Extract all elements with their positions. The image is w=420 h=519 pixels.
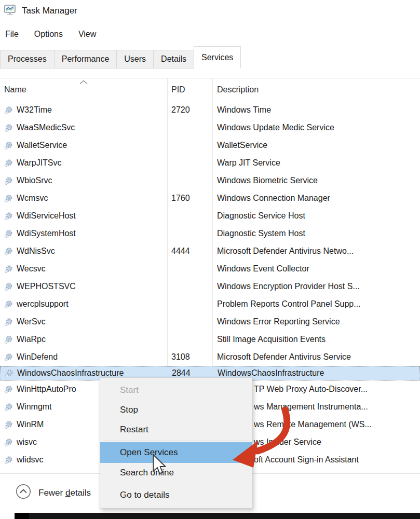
service-gear-icon <box>4 282 13 291</box>
tab-processes[interactable]: Processes <box>0 50 55 69</box>
tab-bar: ProcessesPerformanceUsersDetailsServices <box>0 47 240 69</box>
service-gear-icon <box>4 124 13 132</box>
fewer-details-label: Fewer details <box>38 488 91 498</box>
service-gear-icon <box>4 106 13 115</box>
service-name: WdiSystemHost <box>17 229 76 238</box>
menu-separator <box>103 484 249 484</box>
service-gear-icon <box>4 247 13 256</box>
service-description: Windows Biometric Service <box>212 176 420 185</box>
service-description: Microsoft Defender Antivirus Netwo... <box>212 247 420 256</box>
fewer-details-button[interactable]: Fewer details <box>16 484 91 502</box>
service-pid: 1760 <box>167 194 212 203</box>
service-name: W32Time <box>17 105 52 115</box>
column-header-description[interactable]: Description <box>217 80 259 99</box>
service-gear-icon <box>4 159 13 168</box>
task-manager-icon <box>3 3 17 19</box>
table-row[interactable]: WalletService WalletService <box>0 136 420 154</box>
task-manager-window: Task Manager FileOptionsView ProcessesPe… <box>0 0 420 519</box>
service-name: WarpJITSvc <box>17 158 62 168</box>
service-gear-icon <box>4 318 13 326</box>
table-row[interactable]: W32Time 2720 Windows Time <box>0 101 420 119</box>
service-description: Windows Error Reporting Service <box>212 317 420 326</box>
service-pid: 2844 <box>168 368 213 378</box>
menubar-item-options[interactable]: Options <box>34 30 63 39</box>
menu-bar: FileOptionsView <box>0 26 96 43</box>
table-row[interactable]: WdiSystemHost Diagnostic System Host <box>0 225 420 242</box>
menu-separator <box>103 441 249 441</box>
service-name: WinRM <box>17 420 44 429</box>
service-name: WbioSrvc <box>17 176 52 185</box>
service-name: Wcmsvc <box>17 194 48 203</box>
service-name: WalletService <box>17 141 67 150</box>
table-row[interactable]: WbioSrvc Windows Biometric Service <box>0 172 420 189</box>
table-row[interactable]: WiaRpc Still Image Acquisition Events <box>0 331 420 348</box>
service-name: WindowsChaosInfrastructure <box>17 368 124 378</box>
tab-services[interactable]: Services <box>194 46 241 69</box>
service-description: Windows Update Medic Service <box>212 123 420 132</box>
menubar-item-file[interactable]: File <box>5 30 19 39</box>
table-row[interactable]: Wcmsvc 1760 Windows Connection Manager <box>0 189 420 207</box>
service-pid: 2720 <box>167 105 212 115</box>
menubar-item-view[interactable]: View <box>78 30 96 39</box>
tab-performance[interactable]: Performance <box>54 50 117 69</box>
menu-item-open-services[interactable]: Open Services <box>100 442 252 463</box>
table-row[interactable]: WinDefend 3108 Microsoft Defender Antivi… <box>0 348 420 366</box>
table-row[interactable]: WerSvc Windows Error Reporting Service <box>0 313 420 331</box>
service-gear-icon <box>4 403 13 412</box>
service-name: wisvc <box>17 438 37 447</box>
service-pid: 4444 <box>167 247 212 256</box>
service-gear-icon <box>4 385 13 394</box>
service-gear-icon <box>4 438 13 447</box>
table-row[interactable]: WarpJITSvc Warp JIT Service <box>0 154 420 172</box>
service-name: WaaSMedicSvc <box>17 123 75 132</box>
table-row[interactable]: WdiServiceHost Diagnostic Service Host <box>0 207 420 225</box>
service-description: Problem Reports Control Panel Supp... <box>212 299 420 309</box>
service-gear-icon <box>4 300 13 309</box>
menu-item-go-to-details[interactable]: Go to details <box>100 485 252 505</box>
service-gear-icon <box>4 176 13 185</box>
service-gear-icon <box>4 229 13 238</box>
service-description: Warp JIT Service <box>212 158 420 168</box>
service-description: Diagnostic System Host <box>212 229 420 238</box>
service-description: Windows Time <box>212 105 420 115</box>
service-name: wercplsupport <box>17 299 69 309</box>
service-gear-icon <box>5 369 13 378</box>
service-description: WalletService <box>212 141 420 150</box>
menu-item-restart[interactable]: Restart <box>100 420 252 440</box>
service-gear-icon <box>4 420 13 429</box>
service-name: WerSvc <box>17 317 46 326</box>
service-name: Winmgmt <box>17 402 52 412</box>
column-header-pid[interactable]: PID <box>171 80 185 99</box>
table-row[interactable]: Wecsvc Windows Event Collector <box>0 260 420 278</box>
service-description: WindowsChaosInfrastructure <box>213 368 419 378</box>
service-description: Windows Event Collector <box>212 264 420 274</box>
service-gear-icon <box>4 456 13 465</box>
service-gear-icon <box>4 335 13 344</box>
tab-details[interactable]: Details <box>153 50 194 69</box>
table-top-border <box>0 78 420 78</box>
table-row[interactable]: wercplsupport Problem Reports Control Pa… <box>0 295 420 313</box>
window-title: Task Manager <box>22 6 77 16</box>
service-name: WinHttpAutoPro <box>17 385 76 394</box>
context-menu: StartStopRestartOpen ServicesSearch onli… <box>100 377 252 509</box>
taskbar-start-block <box>15 513 29 519</box>
table-row[interactable]: WEPHOSTSVC Windows Encryption Provider H… <box>0 278 420 295</box>
service-gear-icon <box>4 141 13 150</box>
service-gear-icon <box>4 265 13 274</box>
taskbar-strip <box>15 513 420 519</box>
service-gear-icon <box>4 194 13 203</box>
table-row[interactable]: WdNisSvc 4444 Microsoft Defender Antivir… <box>0 242 420 260</box>
menu-item-start: Start <box>100 380 252 400</box>
title-bar[interactable]: Task Manager <box>3 3 77 19</box>
service-gear-icon <box>4 212 13 221</box>
service-description: Diagnostic Service Host <box>212 211 420 221</box>
chevron-up-circle-icon <box>16 484 31 502</box>
menu-item-stop[interactable]: Stop <box>100 400 252 420</box>
service-name: wlidsvc <box>17 455 44 465</box>
service-name: WEPHOSTSVC <box>17 282 76 291</box>
service-description: Windows Connection Manager <box>212 194 420 203</box>
tab-users[interactable]: Users <box>116 50 154 69</box>
column-header-name[interactable]: Name <box>4 80 26 99</box>
menu-item-search-online[interactable]: Search online <box>100 463 252 483</box>
table-row[interactable]: WaaSMedicSvc Windows Update Medic Servic… <box>0 119 420 136</box>
